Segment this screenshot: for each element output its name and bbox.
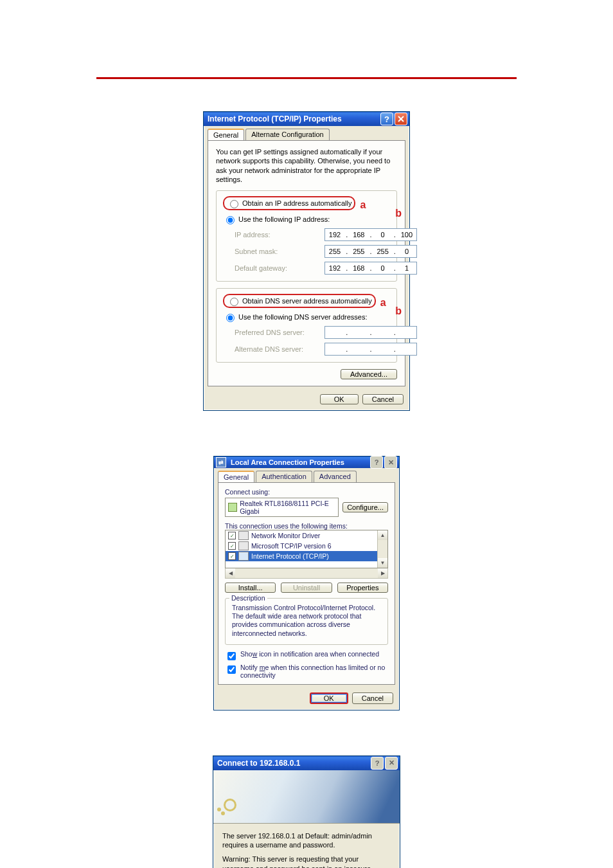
connect-using-label: Connect using:	[225, 488, 388, 496]
list-item-selected: ✓Internet Protocol (TCP/IP)	[226, 551, 387, 561]
scroll-left-icon[interactable]: ◀	[226, 568, 235, 578]
radio-use-dns-label: Use the following DNS server addresses:	[238, 313, 368, 321]
tcpip-properties-dialog: Internet Protocol (TCP/IP) Properties ? …	[203, 111, 410, 411]
auth-line1: The server 192.168.0.1 at Default: admin…	[222, 831, 391, 850]
tab-general[interactable]: General	[208, 129, 244, 140]
adapter-name: Realtek RTL8168/8111 PCI-E Gigabi	[240, 500, 335, 515]
properties-button[interactable]: Properties	[337, 583, 388, 593]
label-subnet-mask: Subnet mask:	[235, 248, 324, 255]
show-icon-label: Show icon in notification area when conn…	[240, 650, 379, 658]
auth-title: Connect to 192.168.0.1	[215, 759, 369, 768]
tcpip-ok-button[interactable]: OK	[320, 394, 359, 404]
radio-use-dns[interactable]	[226, 314, 235, 322]
show-icon-checkbox[interactable]	[227, 652, 236, 660]
tab-advanced[interactable]: Advanced	[314, 471, 357, 482]
uses-items-label: This connection uses the following items…	[225, 522, 388, 530]
auth-dialog: Connect to 192.168.0.1 ? ✕ The server 19…	[213, 755, 400, 868]
close-icon[interactable]	[395, 113, 407, 125]
tcpip-cancel-button[interactable]: Cancel	[362, 394, 404, 404]
input-subnet-mask[interactable]: 255. 255. 255. 0	[324, 245, 417, 258]
auth-line2: Warning: This server is requesting that …	[222, 854, 391, 868]
adapter-icon	[228, 503, 237, 512]
close-icon[interactable]: ✕	[385, 757, 398, 770]
items-listbox[interactable]: ✓Network Monitor Driver ✓Microsoft TCP/I…	[225, 530, 388, 568]
input-ip-address[interactable]: 192. 168. 0. 100	[324, 228, 417, 241]
annotation-b-ip: b	[395, 208, 402, 219]
tab-alternate[interactable]: Alternate Configuration	[245, 129, 330, 140]
advanced-button[interactable]: Advanced...	[341, 369, 397, 379]
auth-banner	[213, 770, 400, 824]
document-accent-line	[96, 77, 517, 79]
label-alternate-dns: Alternate DNS server:	[235, 345, 324, 353]
keys-icon	[217, 797, 239, 819]
lan-ok-button[interactable]: OK	[310, 692, 348, 704]
scroll-right-icon[interactable]: ▶	[378, 568, 387, 578]
description-heading: Description	[229, 594, 267, 602]
auth-titlebar: Connect to 192.168.0.1 ? ✕	[213, 756, 400, 770]
radio-obtain-dns-label: Obtain DNS server address automatically	[242, 297, 372, 305]
lan-titlebar: ⇄ Local Area Connection Properties ? ✕	[214, 457, 399, 468]
radio-obtain-ip[interactable]	[230, 200, 238, 208]
input-default-gateway[interactable]: 192. 168. 0. 1	[324, 262, 417, 275]
lan-title: Local Area Connection Properties	[229, 458, 369, 466]
adapter-box: Realtek RTL8168/8111 PCI-E Gigabi	[225, 498, 339, 517]
uninstall-button[interactable]: Uninstall	[281, 583, 332, 593]
annotation-a-ip: a	[360, 199, 366, 210]
description-text: Transmission Control Protocol/Internet P…	[232, 604, 381, 638]
scrollbar-vertical[interactable]: ▲ ▼	[377, 530, 387, 568]
tcpip-title: Internet Protocol (TCP/IP) Properties	[206, 114, 379, 123]
radio-obtain-ip-label: Obtain an IP address automatically	[242, 199, 351, 207]
scroll-up-icon[interactable]: ▲	[378, 530, 387, 540]
annotation-a-dns: a	[380, 297, 386, 308]
annotation-b-dns: b	[395, 305, 402, 317]
scroll-down-icon[interactable]: ▼	[378, 558, 387, 568]
tab-general[interactable]: General	[218, 471, 254, 482]
tcpip-titlebar: Internet Protocol (TCP/IP) Properties ?	[204, 112, 409, 126]
lan-cancel-button[interactable]: Cancel	[352, 692, 393, 704]
configure-button[interactable]: Configure...	[342, 502, 388, 512]
notify-label: Notify me when this connection has limit…	[240, 664, 388, 679]
help-icon[interactable]: ?	[380, 113, 393, 125]
radio-obtain-dns[interactable]	[230, 298, 238, 306]
install-button[interactable]: Install...	[225, 583, 276, 593]
network-icon: ⇄	[216, 457, 226, 467]
lan-properties-dialog: ⇄ Local Area Connection Properties ? ✕ G…	[213, 456, 400, 710]
tcpip-intro-text: You can get IP settings assigned automat…	[216, 147, 397, 184]
close-icon[interactable]: ✕	[384, 456, 397, 469]
input-alternate-dns[interactable]: ...	[324, 343, 417, 356]
radio-use-ip-label: Use the following IP address:	[238, 215, 330, 223]
label-ip-address: IP address:	[235, 231, 324, 239]
list-item: ✓Network Monitor Driver	[226, 530, 387, 541]
tab-authentication[interactable]: Authentication	[256, 471, 312, 482]
scrollbar-horizontal[interactable]: ◀ ▶	[225, 568, 388, 579]
notify-checkbox[interactable]	[227, 665, 236, 674]
label-preferred-dns: Preferred DNS server:	[235, 329, 324, 336]
help-icon[interactable]: ?	[371, 757, 384, 770]
help-icon[interactable]: ?	[370, 456, 383, 469]
input-preferred-dns[interactable]: ...	[324, 326, 417, 339]
label-default-gateway: Default gateway:	[235, 264, 324, 272]
radio-use-ip[interactable]	[226, 216, 235, 224]
list-item: ✓Microsoft TCP/IP version 6	[226, 541, 387, 551]
